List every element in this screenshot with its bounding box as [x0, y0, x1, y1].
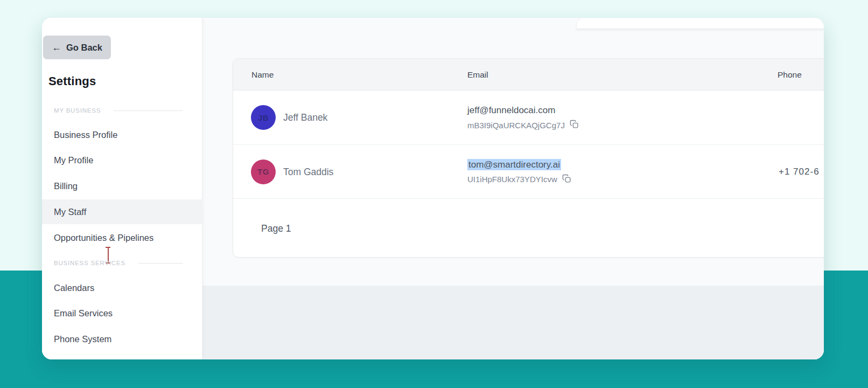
- settings-window: Name Email Phone JB Jeff Banek jeff@funn…: [42, 18, 824, 359]
- settings-sidebar: ← Go Back Settings MY BUSINESS Business …: [42, 18, 202, 359]
- staff-id: UI1iHpF8Ukx73YDYIcvw: [467, 175, 557, 184]
- settings-content: Name Email Phone JB Jeff Banek jeff@funn…: [202, 18, 824, 359]
- sidebar-item-my-staff[interactable]: My Staff: [42, 199, 202, 224]
- staff-table-footer: Page 1: [233, 199, 824, 258]
- staff-row-tom[interactable]: TG Tom Gaddis tom@smartdirectory.ai UI1i…: [233, 145, 824, 199]
- left-arrow-icon: ←: [52, 43, 61, 52]
- go-back-label: Go Back: [66, 43, 102, 53]
- search-input-partial[interactable]: [576, 18, 824, 29]
- section-label: MY BUSINESS: [54, 107, 101, 114]
- sidebar-item-label: Billing: [54, 181, 78, 191]
- content-footer-band: [202, 286, 824, 359]
- sidebar-item-label: Email Services: [54, 308, 113, 318]
- staff-row-jeff[interactable]: JB Jeff Banek jeff@funneldocai.com mB3I9…: [233, 91, 824, 145]
- copy-icon: [562, 174, 571, 185]
- copy-id-button[interactable]: [562, 174, 571, 185]
- avatar: TG: [251, 160, 276, 184]
- staff-email-selected-text: tom@smartdirectory.ai: [467, 159, 561, 170]
- sidebar-item-label: My Profile: [54, 155, 93, 165]
- column-header-phone: Phone: [778, 59, 802, 91]
- column-header-email: Email: [467, 59, 488, 91]
- sidebar-item-label: Opportunities & Pipelines: [54, 233, 153, 243]
- section-my-business: MY BUSINESS: [54, 107, 194, 114]
- sidebar-item-billing[interactable]: Billing: [42, 174, 202, 198]
- copy-id-button[interactable]: [570, 120, 579, 130]
- section-label: BUSINESS SERVICES: [54, 260, 125, 266]
- copy-icon: [570, 120, 579, 130]
- email-cell: jeff@funneldocai.com mB3I9iQaURCKAQjGCg7…: [467, 105, 579, 130]
- sidebar-item-label: Calendars: [54, 283, 94, 293]
- email-cell: tom@smartdirectory.ai UI1iHpF8Ukx73YDYIc…: [467, 159, 571, 185]
- sidebar-item-my-profile[interactable]: My Profile: [42, 148, 202, 172]
- staff-table: Name Email Phone JB Jeff Banek jeff@funn…: [233, 58, 824, 258]
- section-divider: [114, 110, 183, 111]
- staff-phone: +1 702-6: [779, 167, 820, 177]
- sidebar-item-email-services[interactable]: Email Services: [42, 301, 202, 325]
- sidebar-item-label: Business Profile: [54, 130, 117, 140]
- pagination-label: Page 1: [261, 223, 291, 234]
- staff-name: Tom Gaddis: [283, 166, 333, 177]
- sidebar-item-label: Phone System: [54, 334, 111, 344]
- sidebar-item-opportunities-pipelines[interactable]: Opportunities & Pipelines: [42, 225, 202, 250]
- staff-email: jeff@funneldocai.com: [467, 105, 579, 116]
- go-back-button[interactable]: ← Go Back: [43, 36, 111, 59]
- sidebar-title: Settings: [48, 74, 96, 88]
- staff-name: Jeff Banek: [283, 112, 327, 123]
- sidebar-item-calendars[interactable]: Calendars: [42, 275, 202, 300]
- sidebar-item-business-profile[interactable]: Business Profile: [42, 122, 202, 147]
- column-header-name: Name: [251, 59, 274, 91]
- section-business-services: BUSINESS SERVICES: [54, 259, 194, 267]
- section-divider: [138, 263, 183, 264]
- staff-table-header: Name Email Phone: [233, 59, 824, 91]
- staff-id: mB3I9iQaURCKAQjGCg7J: [467, 121, 565, 130]
- sidebar-item-label: My Staff: [54, 207, 86, 217]
- sidebar-item-phone-system[interactable]: Phone System: [42, 327, 202, 351]
- avatar: JB: [251, 105, 276, 130]
